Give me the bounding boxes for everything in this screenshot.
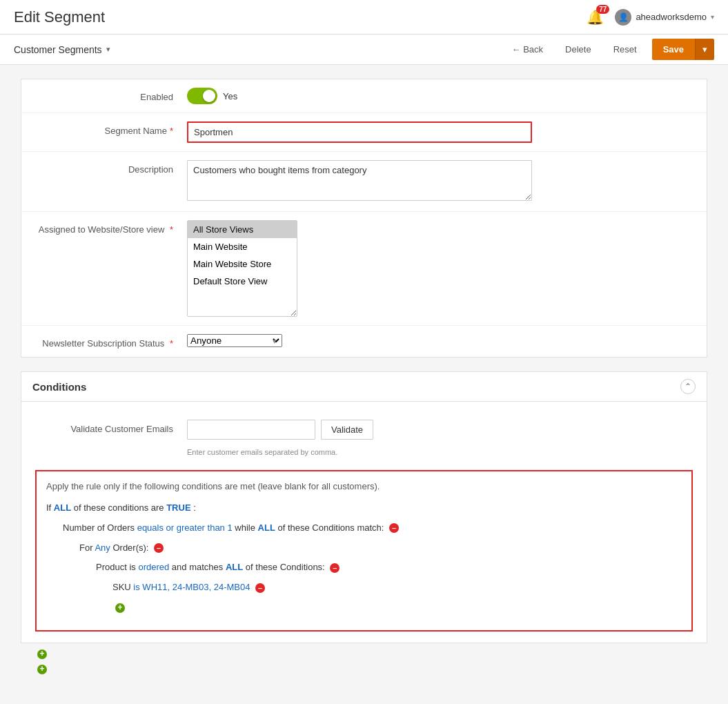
toggle-slider <box>187 88 217 104</box>
store-view-row: Assigned to Website/Store view * All Sto… <box>21 212 707 326</box>
breadcrumb[interactable]: Customer Segments ▾ <box>14 44 110 55</box>
validate-button[interactable]: Validate <box>321 420 373 440</box>
add-row-1: + <box>35 649 693 660</box>
store-option-main-website[interactable]: Main Website <box>188 238 297 255</box>
rule-orders-condition-link[interactable]: equals or greater than <box>137 522 225 533</box>
validate-input-row: Validate <box>187 420 373 440</box>
rule-any-link[interactable]: Any <box>95 542 110 553</box>
save-dropdown-button[interactable]: ▾ <box>695 39 714 60</box>
newsletter-label: Newsletter Subscription Status * <box>35 334 187 349</box>
enabled-toggle[interactable] <box>187 88 217 104</box>
collapse-chevron-icon: ⌃ <box>685 382 691 391</box>
avatar: 👤 <box>615 9 631 26</box>
collapse-icon[interactable]: ⌃ <box>680 379 696 394</box>
segment-name-input[interactable] <box>187 121 532 143</box>
rule-sku-is-link[interactable]: is <box>133 582 139 592</box>
reset-button[interactable]: Reset <box>607 40 644 59</box>
rule-of-these-text: of these conditions are <box>74 502 166 513</box>
save-button[interactable]: Save <box>652 39 695 60</box>
conditions-header[interactable]: Conditions ⌃ <box>21 372 707 402</box>
form-section: Enabled Yes Segment Name* D <box>21 79 707 358</box>
rule-line-orders: Number of Orders equals or greater than … <box>63 521 682 536</box>
rule-orders-rest: of these Conditions match: <box>278 522 384 533</box>
conditions-section: Conditions ⌃ Validate Customer Emails Va… <box>21 371 707 643</box>
add-sku-icon[interactable]: + <box>115 603 125 613</box>
enabled-control: Yes <box>187 88 693 104</box>
description-row: Description Customers who bought items f… <box>21 152 707 212</box>
store-option-main-website-store[interactable]: Main Website Store <box>188 255 297 273</box>
rule-colon-text: : <box>193 502 196 513</box>
rule-for-text: For <box>79 542 95 553</box>
newsletter-select-wrap: Anyone Subscribed Not Subscribed <box>187 334 282 347</box>
remove-any-icon[interactable]: – <box>154 543 164 553</box>
bottom-actions: + + <box>21 643 707 684</box>
rule-product-and: and matches <box>172 562 226 572</box>
rule-product-text: Product is <box>96 562 138 572</box>
store-option-default-store-view[interactable]: Default Store View <box>188 273 297 290</box>
rule-true-link[interactable]: TRUE <box>166 502 190 513</box>
breadcrumb-caret-icon: ▾ <box>106 45 110 54</box>
newsletter-control: Anyone Subscribed Not Subscribed <box>187 334 693 347</box>
rule-intro: Apply the rule only if the following con… <box>46 481 682 491</box>
store-view-select[interactable]: All Store Views Main Website Main Websit… <box>187 220 297 317</box>
notification-badge: 77 <box>596 5 609 14</box>
toggle-wrap: Yes <box>187 88 693 104</box>
secondary-nav: Customer Segments ▾ ← Back Delete Reset … <box>0 35 728 65</box>
description-label: Description <box>35 160 187 175</box>
user-menu[interactable]: 👤 aheadworksdemo ▾ <box>615 9 714 26</box>
newsletter-row: Newsletter Subscription Status * Anyone … <box>21 326 707 357</box>
rule-orders-label: Order(s): <box>112 542 148 553</box>
rule-sku-values-link[interactable]: WH11, 24-MB03, 24-MB04 <box>142 582 250 592</box>
segment-name-required: * <box>170 126 173 136</box>
rule-line-product: Product is ordered and matches ALL of th… <box>96 560 682 575</box>
remove-sku-icon[interactable]: – <box>255 583 265 593</box>
rule-line-sku: SKU is WH11, 24-MB03, 24-MB04 – <box>112 580 682 595</box>
main-content: Enabled Yes Segment Name* D <box>0 65 728 704</box>
enabled-label: Enabled <box>35 88 187 102</box>
segment-name-row: Segment Name* <box>21 113 707 152</box>
nav-actions: ← Back Delete Reset Save ▾ <box>505 39 714 60</box>
back-button[interactable]: ← Back <box>505 40 551 59</box>
rule-orders-value-link[interactable]: 1 <box>227 522 232 533</box>
enabled-value: Yes <box>223 91 237 101</box>
breadcrumb-label: Customer Segments <box>14 44 102 55</box>
user-menu-caret: ▾ <box>711 13 714 21</box>
rule-product-all-link[interactable]: ALL <box>226 562 243 572</box>
enabled-row: Enabled Yes <box>21 79 707 113</box>
rule-line-for-any: For Any Order(s): – <box>79 541 682 556</box>
delete-button[interactable]: Delete <box>558 40 598 59</box>
rule-orders-all-link[interactable]: ALL <box>258 522 275 533</box>
save-dropdown-icon: ▾ <box>702 44 707 55</box>
description-textarea[interactable]: Customers who bought items from category <box>187 160 532 201</box>
conditions-body: Validate Customer Emails Validate Enter … <box>21 402 707 643</box>
add-condition-icon-1[interactable]: + <box>37 649 47 659</box>
page-title: Edit Segment <box>14 8 105 26</box>
newsletter-select[interactable]: Anyone Subscribed Not Subscribed <box>187 334 282 347</box>
save-button-group: Save ▾ <box>652 39 714 60</box>
store-view-required: * <box>167 224 173 235</box>
rule-product-ordered-link[interactable]: ordered <box>138 562 169 572</box>
rule-add-sku: + <box>112 600 682 615</box>
store-view-label: Assigned to Website/Store view * <box>35 220 187 235</box>
remove-product-icon[interactable]: – <box>330 563 340 573</box>
store-option-all[interactable]: All Store Views <box>188 221 297 238</box>
store-view-control: All Store Views Main Website Main Websit… <box>187 220 693 317</box>
notification-bell[interactable]: 🔔 77 <box>587 9 604 26</box>
rule-if-text: If <box>46 502 54 513</box>
remove-orders-icon[interactable]: – <box>389 523 399 533</box>
conditions-title: Conditions <box>32 381 86 393</box>
add-row-2: + <box>35 663 693 674</box>
validate-email-input[interactable] <box>187 420 315 440</box>
validate-control: Validate Enter customer emails separated… <box>187 420 373 456</box>
validate-row: Validate Customer Emails Validate Enter … <box>35 413 693 463</box>
validate-label: Validate Customer Emails <box>35 420 187 434</box>
rule-box: Apply the rule only if the following con… <box>35 470 693 632</box>
rule-sku-label: SKU <box>112 582 133 592</box>
rule-orders-while: while <box>235 522 257 533</box>
admin-bar: Edit Segment 🔔 77 👤 aheadworksdemo ▾ <box>0 0 728 35</box>
validate-hint: Enter customer emails separated by comma… <box>187 448 337 456</box>
add-condition-icon-2[interactable]: + <box>37 665 47 674</box>
rule-orders-text: Number of Orders <box>63 522 137 533</box>
segment-name-label: Segment Name* <box>35 121 187 136</box>
rule-all-link[interactable]: ALL <box>54 502 71 513</box>
